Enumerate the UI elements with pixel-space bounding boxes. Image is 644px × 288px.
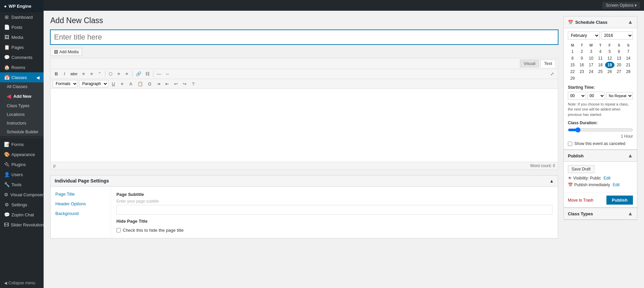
fullscreen-button[interactable]: ⤢	[548, 70, 556, 77]
calendar-day-cell[interactable]: 1	[568, 48, 577, 55]
sidebar-item-comments[interactable]: 💬 Comments	[0, 52, 44, 62]
calendar-day-cell[interactable]: 2	[577, 48, 587, 55]
settings-header-options-item[interactable]: Header Options	[51, 199, 111, 209]
publish-time-edit-link[interactable]: Edit	[613, 183, 620, 187]
calendar-day-cell[interactable]: 20	[614, 62, 624, 68]
calendar-day-cell[interactable]: 13	[614, 55, 624, 62]
calendar-day-cell[interactable]: 26	[605, 68, 614, 75]
sidebar-item-add-new[interactable]: ◀ Add New	[0, 91, 44, 101]
sidebar-item-zopim-chat[interactable]: 💬 Zopim Chat	[0, 210, 44, 220]
underline-button[interactable]: U	[110, 80, 117, 87]
sidebar-item-pages[interactable]: 📋 Pages	[0, 42, 44, 52]
add-media-button[interactable]: 🖼 Add Media	[50, 48, 82, 56]
visibility-edit-link[interactable]: Edit	[603, 176, 610, 181]
class-title-input[interactable]	[50, 30, 558, 45]
settings-background-item[interactable]: Background	[51, 209, 111, 218]
calendar-day-cell[interactable]: 15	[568, 62, 577, 68]
month-select[interactable]: January February March April May June Ju…	[568, 31, 600, 40]
align-center-button[interactable]: ≡	[115, 70, 122, 77]
sidebar-item-appearance[interactable]: 🎨 Appearance	[0, 149, 44, 159]
paragraph-select[interactable]: Paragraph	[79, 80, 108, 87]
sidebar-item-visual-composer[interactable]: ⚙ Visual Composer	[0, 190, 44, 200]
year-select[interactable]: 2015 2016 2017	[601, 31, 633, 40]
sidebar-item-posts[interactable]: 📄 Posts	[0, 22, 44, 32]
sidebar-item-forms[interactable]: 📝 Forms	[0, 139, 44, 149]
justify-button[interactable]: ≡	[118, 80, 126, 87]
paste-button[interactable]: 📋	[136, 80, 145, 87]
calendar-day-cell[interactable]: 17	[586, 62, 596, 68]
help-button[interactable]: ?	[190, 80, 197, 87]
calendar-day-cell[interactable]: 7	[624, 48, 633, 55]
schedule-class-header[interactable]: 📅 Schedule Class ▲	[564, 16, 637, 28]
ordered-list-button[interactable]: ≡	[88, 70, 95, 77]
sidebar-item-settings[interactable]: ⚙ Settings	[0, 200, 44, 210]
sidebar-logo[interactable]: ● WP Engine	[0, 0, 44, 12]
outdent-button[interactable]: ⇤	[163, 80, 171, 87]
time-minute-select[interactable]: 00153045	[587, 92, 605, 100]
align-right-button[interactable]: ≡	[123, 70, 130, 77]
special-char-button[interactable]: Ω	[146, 80, 153, 87]
tab-visual[interactable]: Visual	[520, 60, 539, 67]
calendar-day-cell[interactable]: 5	[605, 48, 614, 55]
calendar-day-cell[interactable]: 18	[596, 62, 605, 68]
sidebar-item-slider-revolution[interactable]: 🎞 Slider Revolution	[0, 220, 44, 230]
calendar-day-cell[interactable]: 4	[596, 48, 605, 55]
sidebar-item-locations[interactable]: Locations	[0, 110, 44, 119]
publish-header[interactable]: Publish ▲	[564, 150, 637, 162]
unordered-list-button[interactable]: ≡	[80, 70, 87, 77]
calendar-day-cell[interactable]: 6	[614, 48, 624, 55]
sidebar-item-classes[interactable]: 📅 Classes ◀	[0, 72, 44, 82]
sidebar-item-media[interactable]: 🖼 Media	[0, 32, 44, 42]
sidebar-item-tools[interactable]: 🔧 Tools	[0, 179, 44, 190]
collapse-menu-button[interactable]: ◀ Collapse menu	[0, 278, 44, 288]
time-hour-select[interactable]: 0001020304 0506070809 1011121314 1516171…	[568, 92, 586, 100]
align-left-button[interactable]: ⬡	[107, 70, 114, 77]
sidebar-item-instructors[interactable]: Instructors	[0, 119, 44, 128]
calendar-day-cell[interactable]: 16	[577, 62, 587, 68]
link-button[interactable]: 🔗	[134, 70, 143, 77]
calendar-day-cell[interactable]: 22	[568, 68, 577, 75]
bold-button[interactable]: B	[53, 70, 60, 77]
calendar-day-cell[interactable]: 25	[596, 68, 605, 75]
calendar-day-cell[interactable]: 8	[568, 55, 577, 62]
calendar-day-cell[interactable]: 29	[568, 75, 577, 82]
sidebar-item-users[interactable]: 👤 Users	[0, 169, 44, 179]
hide-title-checkbox[interactable]	[116, 228, 121, 232]
individual-page-settings-header[interactable]: Individual Page Settings ▲	[51, 175, 558, 187]
sidebar-item-dashboard[interactable]: ⊞ Dashboard	[0, 12, 44, 22]
read-more-button[interactable]: —	[155, 70, 163, 77]
calendar-day-cell[interactable]: 21	[624, 62, 633, 68]
calendar-day-cell[interactable]: 9	[577, 55, 587, 62]
move-to-trash-link[interactable]: Move to Trash	[568, 198, 593, 203]
toolbar-toggle-button[interactable]: ↔	[163, 70, 171, 77]
calendar-day-cell[interactable]: 28	[624, 68, 633, 75]
calendar-day-cell[interactable]: 24	[586, 68, 596, 75]
formats-select[interactable]: Formats	[53, 80, 78, 87]
calendar-day-cell[interactable]: 12	[605, 55, 614, 62]
class-types-header[interactable]: Class Types ▲	[564, 208, 637, 220]
text-color-button[interactable]: A	[127, 80, 135, 87]
undo-button[interactable]: ↩	[172, 80, 179, 87]
save-draft-button[interactable]: Save Draft	[568, 165, 594, 173]
calendar-day-cell[interactable]: 3	[586, 48, 596, 55]
sidebar-item-rooms[interactable]: 🏠 Rooms	[0, 62, 44, 72]
editor-content-area[interactable]	[50, 88, 558, 162]
publish-button[interactable]: Publish	[606, 196, 633, 205]
repeat-select[interactable]: No Repeat Daily Weekly Monthly	[606, 92, 633, 99]
sidebar-item-plugins[interactable]: 🔌 Plugins	[0, 159, 44, 169]
indent-button[interactable]: ⇥	[155, 80, 162, 87]
italic-button[interactable]: I	[61, 70, 68, 77]
calendar-day-cell[interactable]: 10	[586, 55, 596, 62]
calendar-day-cell[interactable]: 14	[624, 55, 633, 62]
blockquote-button[interactable]: "	[96, 70, 103, 77]
calendar-day-cell[interactable]: 19	[605, 62, 614, 68]
sidebar-item-class-types[interactable]: Class Types	[0, 101, 44, 110]
unlink-button[interactable]: ⛓	[144, 70, 151, 77]
sidebar-item-schedule-builder[interactable]: Schedule Builder	[0, 128, 44, 136]
settings-page-title-item[interactable]: Page Title	[51, 189, 111, 199]
redo-button[interactable]: ↪	[181, 80, 188, 87]
duration-slider[interactable]	[568, 127, 633, 133]
calendar-day-cell[interactable]: 11	[596, 55, 605, 62]
calendar-day-cell[interactable]: 23	[577, 68, 587, 75]
page-subtitle-input[interactable]	[116, 205, 552, 215]
